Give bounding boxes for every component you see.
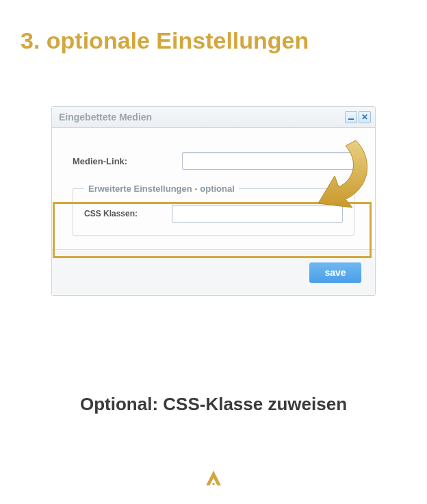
advanced-settings-fieldset: Erweiterte Einstellungen - optional CSS …: [73, 184, 354, 236]
brand-logo-icon: [0, 469, 427, 487]
dialog-screenshot: Eingebettete Medien ✕ Medien-Link: Erwei…: [51, 106, 376, 296]
minimize-icon[interactable]: [345, 111, 357, 123]
save-button[interactable]: save: [309, 262, 361, 283]
dialog-footer: save: [52, 249, 375, 295]
titlebar-buttons: ✕: [345, 111, 371, 123]
embedded-media-dialog: Eingebettete Medien ✕ Medien-Link: Erwei…: [51, 106, 376, 296]
advanced-settings-legend: Erweiterte Einstellungen - optional: [84, 184, 239, 194]
caption-text: Optional: CSS-Klasse zuweisen: [0, 394, 427, 415]
dialog-body: Medien-Link: Erweiterte Einstellungen - …: [52, 128, 375, 249]
css-classes-input[interactable]: [172, 205, 343, 223]
page-heading: 3. optionale Einstellungen: [21, 27, 406, 54]
css-classes-label: CSS Klassen:: [84, 209, 172, 218]
svg-point-0: [212, 483, 214, 485]
media-link-input[interactable]: [182, 152, 354, 170]
css-classes-row: CSS Klassen:: [84, 205, 343, 223]
media-link-row: Medien-Link:: [73, 152, 354, 170]
media-link-label: Medien-Link:: [73, 156, 182, 166]
close-icon[interactable]: ✕: [359, 111, 371, 123]
dialog-titlebar: Eingebettete Medien ✕: [52, 107, 375, 128]
dialog-title: Eingebettete Medien: [59, 112, 152, 123]
